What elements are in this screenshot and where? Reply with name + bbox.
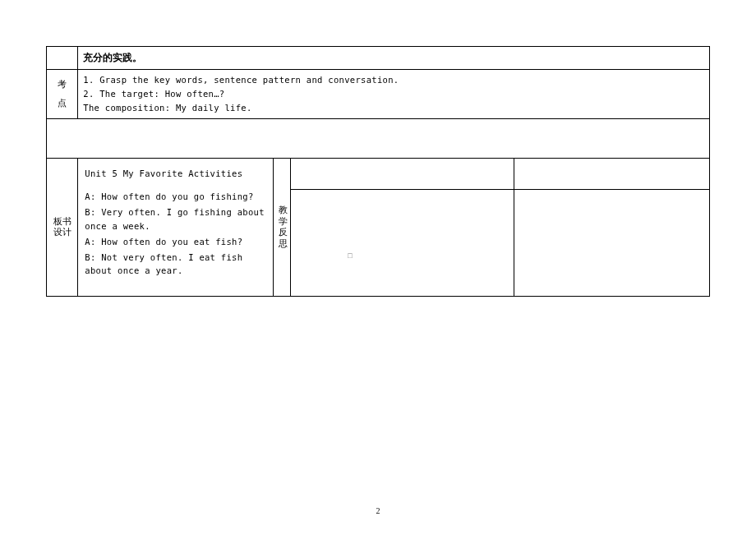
empty-cell xyxy=(47,47,78,70)
reflection-cell-bottom-left xyxy=(290,190,514,297)
label-char: 思 xyxy=(279,238,284,250)
dialogue-line: B: Very often. I go fishing about once a… xyxy=(85,205,266,233)
dialogue-line: B: Not very often. I eat fish about once… xyxy=(85,251,266,279)
table-row xyxy=(47,118,710,158)
reflection-cell-top-right xyxy=(514,158,709,190)
exam-points-content: 1. Grasp the key words, sentence pattern… xyxy=(78,70,710,118)
label-char: 设计 xyxy=(52,227,72,238)
content-line: The composition: My daily life. xyxy=(83,101,704,115)
label-char: 考 xyxy=(52,75,72,94)
label-char: 反 xyxy=(279,227,284,238)
table-row: 考 点 1. Grasp the key words, sentence pat… xyxy=(47,70,710,118)
label-char: 板书 xyxy=(52,216,72,228)
empty-row xyxy=(47,118,710,158)
table-row: 板书 设计 Unit 5 My Favorite Activities A: H… xyxy=(47,158,710,190)
board-design-label: 板书 设计 xyxy=(47,158,78,297)
table-row: 充分的实践。 xyxy=(47,47,710,70)
practice-cell: 充分的实践。 xyxy=(78,47,710,70)
label-char: 学 xyxy=(279,216,284,228)
label-char: 点 xyxy=(52,94,72,113)
board-design-content: Unit 5 My Favorite Activities A: How oft… xyxy=(78,158,274,297)
lesson-plan-table: 充分的实践。 考 点 1. Grasp the key words, sente… xyxy=(46,46,710,297)
content-line: 1. Grasp the key words, sentence pattern… xyxy=(83,73,704,87)
reflection-cell-top-left xyxy=(290,158,514,190)
label-char: 教 xyxy=(279,205,284,216)
reflection-cell-bottom-right xyxy=(514,190,709,297)
dialogue-line: A: How often do you go fishing? xyxy=(85,190,266,204)
board-title: Unit 5 My Favorite Activities xyxy=(85,167,266,181)
content-line: 2. The target: How often…? xyxy=(83,87,704,101)
page-number: 2 xyxy=(376,506,380,515)
exam-points-label: 考 点 xyxy=(47,70,78,118)
dialogue-line: A: How often do you eat fish? xyxy=(85,235,266,249)
reflection-label: 教 学 反 思 xyxy=(274,158,290,297)
center-marker: □ xyxy=(348,251,352,260)
